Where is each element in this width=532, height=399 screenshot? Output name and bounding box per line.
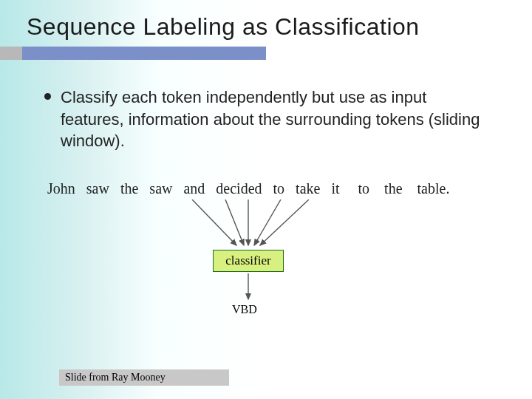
bullet-dot-icon [44,93,51,100]
token-it: it [331,180,339,197]
token-decided: decided [216,180,262,197]
title-underline [0,47,532,60]
token-to-2: to [358,180,370,197]
slide-credit-text: Slide from Ray Mooney [65,372,166,383]
example-sentence: John saw the saw and decided to take it … [47,180,517,197]
token-to-1: to [273,180,285,197]
svg-line-0 [192,200,236,245]
svg-line-1 [225,200,244,245]
bullet-text: Classify each token independently but us… [61,88,480,150]
classifier-label: classifier [225,253,270,268]
token-john: John [47,180,75,197]
underline-blue-segment [22,47,266,60]
token-table: table. [417,180,450,197]
bullet-item: Classify each token independently but us… [61,86,480,152]
token-take: take [296,180,320,197]
token-saw-2: saw [149,180,172,197]
token-the-2: the [384,180,402,197]
token-and: and [183,180,205,197]
token-the-1: the [120,180,138,197]
underline-grey-segment [0,47,22,60]
slide-title: Sequence Labeling as Classification [0,0,532,47]
output-tag: VBD [232,303,257,316]
token-saw-1: saw [86,180,109,197]
slide-credit: Slide from Ray Mooney [59,369,229,386]
classifier-box: classifier [213,250,284,272]
